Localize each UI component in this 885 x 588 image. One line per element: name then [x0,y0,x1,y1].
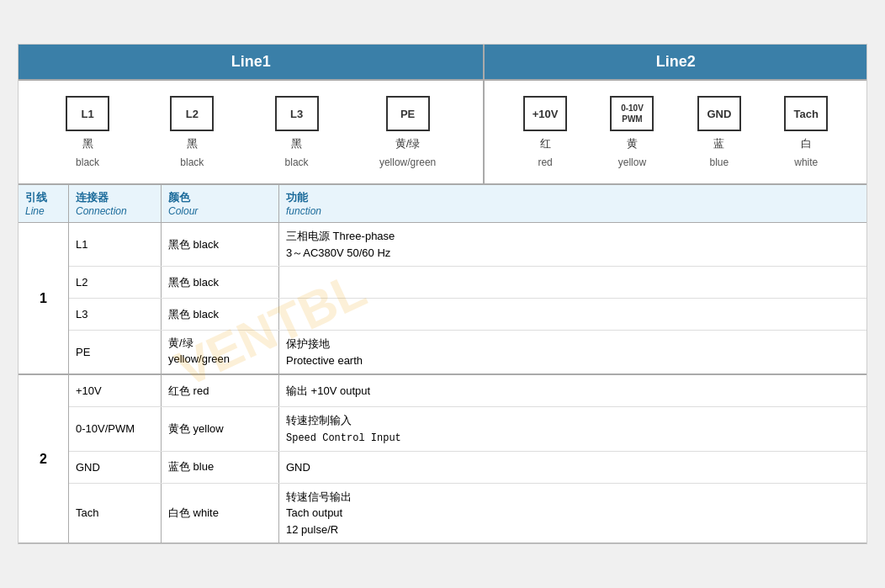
table-row: GND 蓝色 blue GND [69,452,866,484]
func-text-tach: 转速信号输出Tach output12 pulse/R [286,489,352,538]
connector-l2: L2 黑 black [170,96,214,168]
connector-box-l1: L1 [66,96,109,131]
func-text-pwm: 转速控制输入Speed Control Input [286,412,401,446]
th-conn-cn: 连接器 [76,190,154,205]
connector-l1: L1 黑 black [66,96,109,168]
connector-en-tach: white [794,156,818,168]
th-conn-en: Connection [76,205,154,217]
td-func-pe: 保护接地Protective earth [279,331,866,373]
section2-rows: +10V 红色 red 输出 +10V output 0-10V/PWM 黄色 … [69,375,866,543]
connector-en-l3: black [285,156,309,168]
td-color-l1: 黑色 black [162,223,279,266]
td-func-l3 [279,299,866,330]
th-line-cn: 引线 [25,190,61,205]
line1-diagrams: L1 黑 black L2 黑 black L3 黑 black PE 黄/绿 … [19,81,485,183]
connector-cn-pwm: 黄 [627,136,638,151]
section2-line-number: 2 [19,375,69,543]
main-container: VENTBL Line1 Line2 L1 黑 black L2 黑 black [18,44,867,544]
connector-en-10v: red [538,156,552,168]
connector-box-10v: +10V [523,96,567,131]
connector-box-l2: L2 [170,96,214,131]
connector-box-pwm: 0-10VPWM [610,96,654,131]
td-conn-pwm: 0-10V/PWM [69,407,162,451]
td-color-l2: 黑色 black [162,267,279,298]
connector-pwm: 0-10VPWM 黄 yellow [610,96,654,168]
section2-group: 2 +10V 红色 red 输出 +10V output 0-10V/PWM 黄… [19,375,866,543]
th-line: 引线 Line [19,185,69,222]
connector-gnd: GND 蓝 blue [697,96,741,168]
td-conn-gnd: GND [69,452,162,483]
th-color-en: Colour [168,205,272,217]
func-text-l1: 三相电源 Three-phase3～AC380V 50/60 Hz [286,228,395,261]
table-row: Tach 白色 white 转速信号输出Tach output12 pulse/… [69,484,866,543]
connector-en-l1: black [76,156,99,168]
section1-line-number: 1 [19,223,69,373]
td-func-pwm: 转速控制输入Speed Control Input [279,407,866,451]
line2-diagrams: +10V 红 red 0-10VPWM 黄 yellow GND 蓝 blue … [485,81,866,183]
th-color-cn: 颜色 [168,190,272,205]
td-color-pe-en: yellow/green [168,352,230,365]
connector-cn-tach: 白 [801,136,812,151]
td-func-10v: 输出 +10V output [279,375,866,406]
table-row: PE 黄/绿 yellow/green 保护接地Protective earth [69,331,866,373]
th-line-en: Line [25,205,61,217]
connector-en-l2: black [180,156,204,168]
table-row: L3 黑色 black [69,299,866,331]
func-text-pe: 保护接地Protective earth [286,336,363,368]
line1-header: Line1 [19,45,485,79]
connector-en-pwm: yellow [618,156,646,168]
connector-box-tach: Tach [784,96,828,131]
connector-cn-l3: 黑 [291,136,302,151]
diagram-row: L1 黑 black L2 黑 black L3 黑 black PE 黄/绿 … [19,81,866,185]
td-color-pe-cn: 黄/绿 [168,336,193,351]
line2-header-label: Line2 [656,53,696,70]
connector-cn-pe: 黄/绿 [395,136,421,151]
connector-cn-l2: 黑 [187,136,198,151]
table-row: +10V 红色 red 输出 +10V output [69,375,866,407]
th-func-en: function [286,205,860,217]
td-conn-10v: +10V [69,375,162,406]
td-color-gnd: 蓝色 blue [162,452,279,483]
connector-box-l3: L3 [275,96,319,131]
connector-10v: +10V 红 red [523,96,567,168]
th-color: 颜色 Colour [162,185,279,222]
table-row: L2 黑色 black [69,267,866,299]
connector-box-pe: PE [386,96,430,131]
line2-header: Line2 [485,45,866,79]
connector-cn-gnd: 蓝 [713,136,724,151]
td-color-pe: 黄/绿 yellow/green [162,331,279,373]
connector-cn-10v: 红 [540,136,551,151]
connector-l3: L3 黑 black [275,96,319,168]
td-func-l1: 三相电源 Three-phase3～AC380V 50/60 Hz [279,223,866,266]
td-color-10v: 红色 red [162,375,279,406]
th-conn: 连接器 Connection [69,185,162,222]
connector-cn-l1: 黑 [82,136,93,151]
connector-box-gnd: GND [697,96,741,131]
td-func-tach: 转速信号输出Tach output12 pulse/R [279,484,866,543]
th-func-cn: 功能 [286,190,860,205]
td-conn-pe: PE [69,331,162,373]
section1-group: 1 L1 黑色 black 三相电源 Three-phase3～AC380V 5… [19,223,866,375]
td-func-gnd: GND [279,452,866,483]
table-row: 0-10V/PWM 黄色 yellow 转速控制输入Speed Control … [69,407,866,452]
speed-control-mono: Speed Control Input [286,432,401,444]
header-row: Line1 Line2 [19,45,866,81]
td-color-l3: 黑色 black [162,299,279,330]
section1-rows: L1 黑色 black 三相电源 Three-phase3～AC380V 50/… [69,223,866,373]
td-conn-l3: L3 [69,299,162,330]
table-header: 引线 Line 连接器 Connection 颜色 Colour 功能 func… [19,185,866,223]
td-color-tach: 白色 white [162,484,279,543]
connector-en-gnd: blue [710,156,729,168]
td-func-l2 [279,267,866,298]
td-conn-l2: L2 [69,267,162,298]
td-color-pwm: 黄色 yellow [162,407,279,451]
th-func: 功能 function [279,185,866,222]
td-conn-l1: L1 [69,223,162,266]
table-row: L1 黑色 black 三相电源 Three-phase3～AC380V 50/… [69,223,866,267]
td-conn-tach: Tach [69,484,162,543]
connector-en-pe: yellow/green [379,156,436,168]
connector-tach: Tach 白 white [784,96,828,168]
connector-pe: PE 黄/绿 yellow/green [379,96,436,168]
line1-header-label: Line1 [231,53,271,70]
